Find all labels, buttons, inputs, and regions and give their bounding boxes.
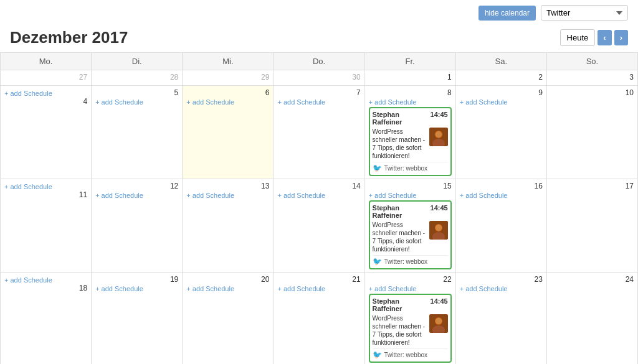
day-number: 12	[95, 182, 178, 190]
calendar-cell: 20+ add Schedule	[183, 273, 274, 365]
tweet-body: WordPress schneller machen - 7 Tipps, di…	[373, 128, 448, 160]
svg-point-11	[436, 318, 442, 324]
twitter-bird-icon: 🐦	[373, 350, 382, 359]
avatar	[429, 128, 448, 146]
calendar-cell: 23+ add Schedule	[455, 273, 546, 365]
add-schedule-link[interactable]: + add Schedule	[460, 98, 543, 106]
calendar-title: Dezember 2017	[10, 28, 128, 47]
calendar-cell: 7+ add Schedule	[274, 86, 364, 179]
calendar-header-row: Mo. Di. Mi. Do. Fr. Sa. So.	[1, 53, 638, 70]
calendar-cell: 22+ add Schedule Stephan Raffeiner 14:45…	[364, 273, 455, 365]
svg-point-7	[436, 225, 442, 231]
calendar-cell: 19+ add Schedule	[92, 273, 183, 365]
header-do: Do.	[274, 53, 364, 70]
heute-button[interactable]: Heute	[560, 29, 596, 46]
day-number: 13	[186, 182, 269, 190]
day-number: 24	[551, 275, 634, 284]
calendar-cell: 6+ add Schedule	[183, 86, 274, 179]
calendar-cell: 2	[455, 70, 546, 86]
header-sa: Sa.	[455, 53, 546, 70]
day-number: 5	[95, 88, 178, 97]
tweet-text: WordPress schneller machen - 7 Tipps, di…	[373, 128, 427, 160]
hide-calendar-button[interactable]: hide calendar	[478, 6, 536, 21]
tweet-body: WordPress schneller machen - 7 Tipps, di…	[373, 314, 448, 347]
twitter-select[interactable]: Twitter	[541, 5, 628, 21]
calendar-cell: 10	[546, 86, 637, 179]
day-number: 8	[369, 88, 452, 97]
tweet-author: Stephan Raffeiner	[373, 204, 431, 219]
add-schedule-link[interactable]: + add Schedule	[186, 98, 269, 106]
day-number: 3	[551, 73, 634, 82]
tweet-header: Stephan Raffeiner 14:45	[373, 297, 448, 312]
calendar-cell: 8+ add Schedule Stephan Raffeiner 14:45 …	[364, 86, 455, 179]
add-schedule-link[interactable]: + add Schedule	[460, 285, 543, 292]
tweet-time: 14:45	[431, 204, 448, 212]
header-di: Di.	[92, 53, 183, 70]
prev-button[interactable]: ‹	[598, 30, 611, 45]
tweet-handle: Twitter: webbox	[384, 165, 427, 172]
day-number: 9	[460, 88, 543, 97]
day-number: 6	[186, 88, 269, 97]
calendar-cell: 13+ add Schedule	[183, 179, 274, 273]
calendar-cell: 16+ add Schedule	[455, 179, 546, 273]
calendar-cell: 24	[546, 273, 637, 365]
next-button[interactable]: ›	[614, 30, 628, 45]
add-schedule-link[interactable]: + add Schedule	[95, 192, 178, 199]
add-schedule-link[interactable]: + add Schedule	[369, 192, 452, 199]
calendar-cell: 12+ add Schedule	[92, 179, 183, 273]
add-schedule-link[interactable]: + add Schedule	[4, 183, 87, 190]
tweet-card[interactable]: Stephan Raffeiner 14:45 WordPress schnel…	[369, 107, 452, 176]
day-number: 7	[277, 88, 360, 97]
avatar	[429, 314, 448, 333]
tweet-card[interactable]: Stephan Raffeiner 14:45 WordPress schnel…	[369, 294, 452, 363]
calendar-cell: 17	[546, 179, 637, 273]
add-schedule-link[interactable]: + add Schedule	[4, 276, 87, 284]
calendar-cell: 21+ add Schedule	[274, 273, 364, 365]
add-schedule-link[interactable]: + add Schedule	[95, 98, 178, 106]
add-schedule-link[interactable]: + add Schedule	[369, 98, 452, 106]
day-number: 17	[551, 182, 634, 190]
header-fr: Fr.	[364, 53, 455, 70]
calendar-cell: 1	[364, 70, 455, 86]
add-schedule-link[interactable]: + add Schedule	[277, 192, 360, 199]
day-number: 29	[186, 73, 269, 82]
calendar-cell: 9+ add Schedule	[455, 86, 546, 179]
day-number: 21	[277, 275, 360, 284]
add-schedule-link[interactable]: + add Schedule	[277, 98, 360, 106]
day-number: 11	[4, 190, 87, 199]
day-number: 10	[551, 88, 634, 97]
day-number: 4	[4, 97, 87, 106]
calendar-week-row: + add Schedule45+ add Schedule6+ add Sch…	[1, 86, 638, 179]
add-schedule-link[interactable]: + add Schedule	[186, 192, 269, 199]
calendar-cell: 27	[1, 70, 92, 86]
calendar-cell: 3	[546, 70, 637, 86]
add-schedule-link[interactable]: + add Schedule	[460, 192, 543, 199]
calendar-cell: 29	[183, 70, 274, 86]
tweet-time: 14:45	[431, 297, 448, 305]
add-schedule-link[interactable]: + add Schedule	[277, 285, 360, 292]
day-number: 23	[460, 275, 543, 284]
top-bar: hide calendar Twitter	[0, 0, 638, 26]
calendar-cell: 14+ add Schedule	[274, 179, 364, 273]
tweet-header: Stephan Raffeiner 14:45	[373, 111, 448, 126]
day-number: 19	[95, 275, 178, 284]
add-schedule-link[interactable]: + add Schedule	[369, 285, 452, 292]
day-number: 27	[4, 73, 87, 82]
calendar-cell: 28	[92, 70, 183, 86]
calendar-week-row: + add Schedule1112+ add Schedule13+ add …	[1, 179, 638, 273]
tweet-header: Stephan Raffeiner 14:45	[373, 204, 448, 219]
tweet-card[interactable]: Stephan Raffeiner 14:45 WordPress schnel…	[369, 200, 452, 269]
day-number: 15	[369, 182, 452, 190]
calendar-cell: 15+ add Schedule Stephan Raffeiner 14:45…	[364, 179, 455, 273]
add-schedule-link[interactable]: + add Schedule	[4, 90, 87, 97]
tweet-author: Stephan Raffeiner	[373, 111, 431, 126]
tweet-body: WordPress schneller machen - 7 Tipps, di…	[373, 221, 448, 253]
tweet-text: WordPress schneller machen - 7 Tipps, di…	[373, 314, 427, 347]
tweet-handle: Twitter: webbox	[384, 258, 427, 265]
add-schedule-link[interactable]: + add Schedule	[186, 285, 269, 292]
avatar	[429, 221, 448, 240]
calendar-cell: 30	[274, 70, 364, 86]
tweet-text: WordPress schneller machen - 7 Tipps, di…	[373, 221, 427, 253]
add-schedule-link[interactable]: + add Schedule	[95, 285, 178, 292]
tweet-footer: 🐦 Twitter: webbox	[373, 348, 448, 359]
